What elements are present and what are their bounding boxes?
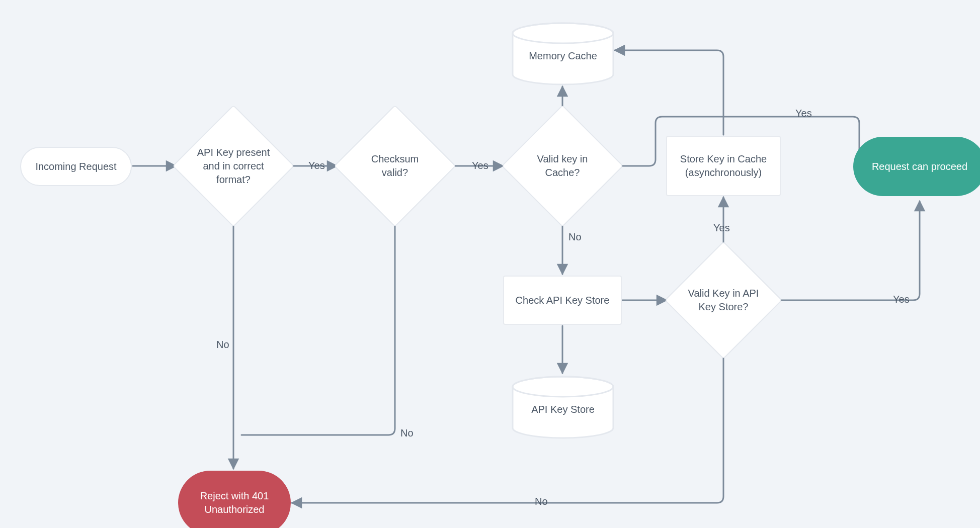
node-label: Memory Cache bbox=[524, 42, 602, 66]
edge-label-storevalid-yes-up: Yes bbox=[713, 222, 730, 234]
node-memory-cache: Memory Cache bbox=[511, 21, 615, 86]
edge-label-keypresent-no: No bbox=[216, 339, 229, 350]
node-request-can-proceed: Request can proceed bbox=[853, 137, 980, 196]
node-api-key-present: API Key present and in correct format? bbox=[190, 123, 277, 209]
flowchart-canvas: Incoming Request API Key present and in … bbox=[0, 0, 980, 528]
node-label: Check API Key Store bbox=[511, 291, 615, 310]
edge-label-keypresent-yes: Yes bbox=[308, 160, 325, 171]
node-label: Valid key in Cache? bbox=[519, 149, 606, 183]
node-store-key-in-cache: Store Key in Cache (asynchronously) bbox=[666, 136, 781, 196]
node-label: Request can proceed bbox=[867, 157, 972, 177]
node-api-key-store: API Key Store bbox=[511, 375, 615, 440]
node-label: Incoming Request bbox=[30, 157, 121, 177]
node-label: API Key Store bbox=[526, 396, 600, 419]
node-label: Valid Key in API Key Store? bbox=[682, 284, 765, 317]
node-incoming-request: Incoming Request bbox=[20, 147, 132, 186]
edge-label-storevalid-yes-right: Yes bbox=[893, 294, 910, 305]
node-label: Store Key in Cache (asynchronously) bbox=[667, 149, 780, 183]
edge-label-checksum-yes: Yes bbox=[472, 160, 488, 171]
node-check-api-key-store: Check API Key Store bbox=[503, 276, 622, 325]
node-label: API Key present and in correct format? bbox=[190, 143, 277, 190]
edge-label-storevalid-no: No bbox=[535, 496, 548, 507]
node-reject-401: Reject with 401 Unauthorized bbox=[178, 471, 291, 528]
edge-label-cache-no: No bbox=[568, 231, 582, 243]
edge-label-checksum-no: No bbox=[400, 427, 414, 439]
node-label: Checksum valid? bbox=[352, 149, 438, 183]
edge-label-cache-yes: Yes bbox=[795, 108, 812, 119]
node-label: Reject with 401 Unauthorized bbox=[178, 486, 291, 519]
node-valid-key-in-cache: Valid key in Cache? bbox=[519, 123, 606, 209]
edges-layer bbox=[0, 0, 980, 528]
node-valid-key-in-api-key-store: Valid Key in API Key Store? bbox=[682, 258, 765, 342]
node-checksum-valid: Checksum valid? bbox=[352, 123, 438, 209]
